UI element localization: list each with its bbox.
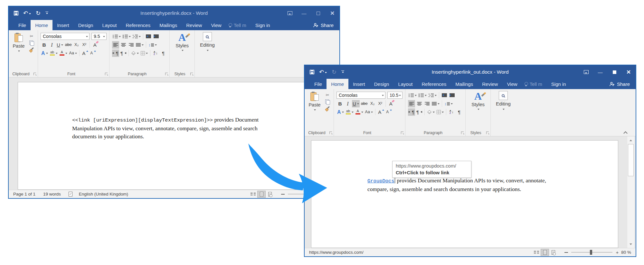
copy-button[interactable] xyxy=(324,98,331,105)
zoom-track[interactable] xyxy=(571,252,612,252)
language-indicator[interactable]: English (United Kingdom) xyxy=(79,192,128,196)
multilevel-list-button[interactable] xyxy=(132,33,141,40)
subscript-button[interactable]: X₂ xyxy=(73,41,80,49)
ltr-text-direction-button[interactable]: ¶ xyxy=(112,50,119,57)
sort-button[interactable]: AZ↓ xyxy=(152,50,159,57)
maximize-button[interactable] xyxy=(607,65,621,79)
close-button[interactable]: ✕ xyxy=(325,6,339,20)
share-button[interactable]: Share xyxy=(605,79,636,89)
tab-home[interactable]: Home xyxy=(31,20,52,30)
share-button[interactable]: Share xyxy=(308,20,339,30)
text-line[interactable]: documents in your applications. xyxy=(72,132,339,141)
document-page[interactable]: <<link [uriExpression][displayTextExpres… xyxy=(18,82,339,190)
tab-design[interactable]: Design xyxy=(74,20,98,30)
qat-customize-button[interactable] xyxy=(45,12,48,15)
paste-button[interactable]: Paste xyxy=(307,91,322,112)
text-effects-button[interactable]: A xyxy=(41,50,49,57)
borders-button[interactable] xyxy=(436,108,444,116)
clear-formatting-button[interactable]: A xyxy=(387,100,394,107)
text-line[interactable]: <<link [uriExpression][displayTextExpres… xyxy=(72,116,339,124)
font-name-combo[interactable]: Consolas xyxy=(336,92,385,99)
numbering-button[interactable] xyxy=(418,92,427,99)
editing-button[interactable]: Editing xyxy=(197,32,217,52)
print-layout-button[interactable] xyxy=(541,249,549,256)
minimize-button[interactable]: — xyxy=(297,6,311,20)
line-spacing-button[interactable]: ↕ xyxy=(148,41,157,49)
dialog-launcher-icon[interactable] xyxy=(190,73,193,75)
web-layout-button[interactable] xyxy=(549,249,557,256)
strikethrough-button[interactable]: abe xyxy=(64,41,72,49)
redo-button[interactable]: ↻ xyxy=(36,10,41,16)
align-right-button[interactable] xyxy=(128,41,135,49)
zoom-in-icon[interactable]: + xyxy=(616,250,619,255)
document-page[interactable]: GroupDocs provides Document Manipulation… xyxy=(311,140,618,248)
align-left-button[interactable] xyxy=(112,41,119,49)
sign-in-button[interactable]: Sign in xyxy=(547,79,571,89)
dialog-launcher-icon[interactable] xyxy=(461,132,464,134)
scroll-down-button[interactable] xyxy=(628,241,634,247)
tab-mailings[interactable]: Mailings xyxy=(451,79,478,89)
styles-button[interactable]: A Styles xyxy=(468,91,488,111)
underline-button[interactable]: U xyxy=(56,41,64,49)
ltr-text-direction-button[interactable]: ¶ xyxy=(408,108,415,116)
subscript-button[interactable]: X₂ xyxy=(369,100,376,107)
tab-home[interactable]: Home xyxy=(327,79,348,89)
proofing-check-icon[interactable] xyxy=(69,192,72,196)
web-layout-button[interactable] xyxy=(266,191,274,198)
editing-button[interactable]: Editing xyxy=(493,91,513,111)
ribbon-display-options-button[interactable] xyxy=(579,65,593,79)
dialog-launcher-icon[interactable] xyxy=(486,132,489,134)
highlight-button[interactable]: ab xyxy=(345,108,354,116)
borders-button[interactable] xyxy=(140,50,148,57)
undo-button[interactable]: ↶ xyxy=(319,69,327,75)
align-right-button[interactable] xyxy=(423,100,431,107)
justify-button[interactable] xyxy=(135,41,144,49)
groupdocs-hyperlink[interactable]: GroupDocs xyxy=(367,178,394,184)
collapse-ribbon-chevron[interactable] xyxy=(624,131,627,134)
qat-customize-button[interactable] xyxy=(341,70,344,74)
sort-button[interactable]: AZ↓ xyxy=(448,108,455,116)
cut-button[interactable]: ✂ xyxy=(28,33,35,39)
superscript-button[interactable]: X² xyxy=(377,100,384,107)
bold-button[interactable]: B xyxy=(336,100,344,107)
bold-button[interactable]: B xyxy=(41,41,48,49)
decrease-indent-button[interactable] xyxy=(145,33,152,40)
tab-mailings[interactable]: Mailings xyxy=(155,20,182,30)
change-case-button[interactable]: Aa xyxy=(365,108,374,116)
tab-review[interactable]: Review xyxy=(478,79,502,89)
dialog-launcher-icon[interactable] xyxy=(105,73,108,75)
italic-button[interactable]: I xyxy=(344,100,351,107)
dialog-launcher-icon[interactable] xyxy=(401,132,403,134)
ribbon-display-options-button[interactable] xyxy=(283,6,297,20)
tab-layout[interactable]: Layout xyxy=(98,20,121,30)
vertical-scrollbar[interactable] xyxy=(627,136,634,248)
font-size-combo[interactable]: 10.5 xyxy=(387,92,402,99)
underline-button[interactable]: U xyxy=(352,100,360,107)
close-button[interactable]: ✕ xyxy=(621,65,636,79)
shrink-font-button[interactable]: A xyxy=(89,50,96,57)
scrollbar-thumb[interactable] xyxy=(628,144,634,176)
save-button[interactable] xyxy=(310,70,314,74)
grow-font-button[interactable]: A xyxy=(81,50,88,57)
tab-file[interactable]: File xyxy=(14,20,31,30)
word-count[interactable]: 19 words xyxy=(43,192,61,196)
clear-formatting-button[interactable]: A xyxy=(91,41,99,49)
print-layout-button[interactable] xyxy=(257,191,266,198)
tab-layout[interactable]: Layout xyxy=(393,79,417,89)
change-case-button[interactable]: Aa xyxy=(69,50,78,57)
tab-file[interactable]: File xyxy=(310,79,327,89)
read-mode-button[interactable] xyxy=(532,249,541,256)
align-left-button[interactable] xyxy=(408,100,415,107)
zoom-out-icon[interactable] xyxy=(281,194,285,195)
highlight-button[interactable]: ab xyxy=(49,50,58,57)
align-center-button[interactable] xyxy=(416,100,423,107)
shading-button[interactable] xyxy=(130,50,139,57)
increase-indent-button[interactable] xyxy=(153,33,160,40)
zoom-percentage[interactable]: 80 % xyxy=(621,250,631,255)
sign-in-button[interactable]: Sign in xyxy=(251,20,275,30)
tab-review[interactable]: Review xyxy=(182,20,206,30)
undo-button[interactable]: ↶ xyxy=(23,10,31,16)
dialog-launcher-icon[interactable] xyxy=(165,73,168,75)
increase-indent-button[interactable] xyxy=(449,92,456,99)
tab-insert[interactable]: Insert xyxy=(52,20,74,30)
